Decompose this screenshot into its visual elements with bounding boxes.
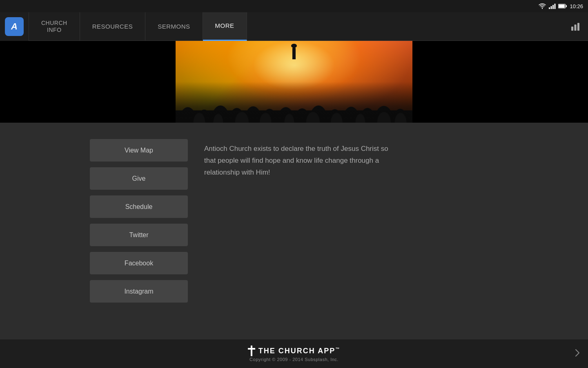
tab-more[interactable]: MORE	[203, 12, 247, 41]
footer: THE CHURCH APP™ Copyright © 2009 - 2014 …	[0, 339, 588, 368]
svg-point-23	[393, 109, 408, 123]
svg-rect-7	[571, 27, 573, 31]
nav-right	[563, 22, 588, 31]
svg-point-14	[244, 106, 262, 123]
footer-main: THE CHURCH APP™	[248, 346, 340, 356]
footer-copyright: Copyright © 2009 - 2014 Subsplash, Inc.	[249, 357, 339, 362]
svg-rect-6	[559, 4, 565, 8]
svg-point-10	[179, 107, 197, 123]
hero-area	[0, 41, 588, 123]
wifi-icon	[539, 3, 546, 9]
svg-rect-26	[248, 348, 255, 350]
svg-point-13	[229, 108, 245, 123]
svg-point-17	[294, 108, 310, 123]
hero-image	[176, 41, 412, 123]
left-panel: View Map Give Schedule Twitter Facebook …	[0, 139, 188, 323]
right-panel: Antioch Church exists to declare the tru…	[204, 139, 588, 323]
twitter-button[interactable]: Twitter	[90, 224, 188, 246]
svg-point-15	[262, 109, 277, 123]
crowd-silhouette	[176, 90, 412, 123]
battery-icon	[558, 4, 567, 9]
facebook-button[interactable]: Facebook	[90, 252, 188, 274]
svg-rect-25	[251, 346, 252, 356]
svg-point-22	[374, 106, 394, 123]
cross-icon	[248, 346, 255, 356]
svg-rect-0	[549, 7, 550, 9]
footer-chevron[interactable]	[575, 349, 580, 359]
brand-name: THE CHURCH APP™	[258, 347, 340, 355]
svg-point-19	[327, 109, 342, 123]
instagram-button[interactable]: Instagram	[90, 280, 188, 303]
svg-point-16	[277, 107, 295, 123]
svg-rect-1	[551, 6, 552, 9]
svg-point-12	[211, 105, 230, 123]
app-logo: A	[5, 17, 24, 36]
svg-point-20	[342, 107, 360, 123]
logo-container[interactable]: A	[0, 12, 29, 41]
give-button[interactable]: Give	[90, 167, 188, 190]
stage-figure	[292, 47, 296, 59]
nav-bar: A CHURCH INFO RESOURCES SERMONS MORE	[0, 12, 588, 41]
svg-rect-9	[577, 23, 579, 31]
tab-church-info[interactable]: CHURCH INFO	[29, 12, 80, 41]
main-content: View Map Give Schedule Twitter Facebook …	[0, 123, 588, 339]
footer-brand: THE CHURCH APP™ Copyright © 2009 - 2014 …	[248, 346, 340, 362]
signal-icon	[548, 3, 556, 9]
view-map-button[interactable]: View Map	[90, 139, 188, 162]
tab-resources[interactable]: RESOURCES	[80, 12, 146, 41]
church-description: Antioch Church exists to declare the tru…	[204, 143, 400, 179]
chart-icon[interactable]	[571, 22, 580, 31]
svg-rect-24	[176, 110, 412, 123]
tab-sermons[interactable]: SERMONS	[145, 12, 203, 41]
svg-point-18	[309, 105, 328, 123]
svg-rect-3	[555, 4, 556, 9]
svg-point-21	[359, 108, 376, 123]
status-icons: 10:26	[539, 3, 583, 9]
time-display: 10:26	[570, 3, 583, 9]
status-bar: 10:26	[0, 0, 588, 12]
svg-rect-5	[566, 5, 567, 7]
svg-point-11	[197, 110, 212, 123]
svg-rect-2	[552, 5, 554, 9]
svg-rect-8	[575, 25, 577, 31]
nav-tabs: CHURCH INFO RESOURCES SERMONS MORE	[29, 12, 247, 40]
schedule-button[interactable]: Schedule	[90, 195, 188, 218]
